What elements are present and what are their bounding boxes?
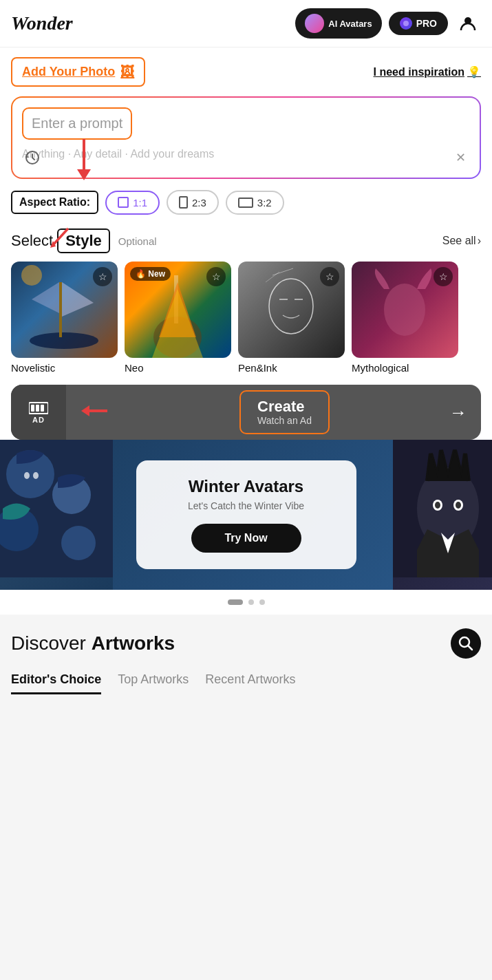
svg-point-20 <box>269 279 313 334</box>
add-photo-row: Add Your Photo 🖼 I need inspiration 💡 <box>11 57 481 87</box>
history-button[interactable] <box>22 147 43 168</box>
dot-3[interactable] <box>259 599 265 605</box>
banner-title: Winter Avatars <box>158 477 334 496</box>
favorite-penink[interactable]: ☆ <box>320 267 339 286</box>
search-button[interactable] <box>451 628 481 659</box>
watch-ad-label: Watch an Ad <box>257 415 312 426</box>
tab-recent-artworks[interactable]: Recent Artworks <box>205 672 295 694</box>
pro-button[interactable]: PRO <box>389 12 448 35</box>
svg-point-36 <box>61 526 96 560</box>
create-button[interactable]: Create Watch an Ad <box>239 390 330 434</box>
pro-gem-icon <box>400 17 412 30</box>
style-novelistic-label: Novelistic <box>11 362 118 374</box>
svg-point-43 <box>435 502 440 509</box>
banner-content: Winter Avatars Let's Catch the Winter Vi… <box>136 460 356 569</box>
svg-line-24 <box>266 272 279 282</box>
style-neo-label: Neo <box>125 362 231 374</box>
svg-line-23 <box>272 268 293 275</box>
aspect-ratio-row: Aspect Ratio: 1:1 2:3 3:2 <box>11 190 481 215</box>
svg-point-0 <box>403 21 409 26</box>
prompt-title-box: Enter a prompt <box>22 107 132 140</box>
create-next-icon: → <box>449 402 467 423</box>
user-profile-button[interactable] <box>455 10 481 36</box>
chevron-right-icon: › <box>478 235 481 247</box>
new-badge: 🔥 New <box>130 267 171 281</box>
svg-rect-29 <box>41 405 44 412</box>
discover-title: Discover Artworks <box>11 632 175 654</box>
svg-marker-13 <box>62 282 94 317</box>
aspect-ratio-1-1[interactable]: 1:1 <box>105 191 160 215</box>
style-header: Select Style Optional See all › <box>11 228 481 253</box>
dot-1[interactable] <box>228 599 243 605</box>
svg-marker-14 <box>32 282 59 313</box>
discover-bold-text: Artworks <box>92 632 175 654</box>
svg-rect-27 <box>31 405 34 412</box>
favorite-mythological[interactable]: ☆ <box>434 267 453 286</box>
try-now-button[interactable]: Try Now <box>191 524 301 553</box>
tab-editors-choice[interactable]: Editor's Choice <box>11 672 101 694</box>
discover-light-text: Discover <box>11 632 86 654</box>
discover-header: Discover Artworks <box>11 628 481 659</box>
prompt-actions: ✕ <box>22 147 470 168</box>
avatar-preview-icon <box>305 14 324 33</box>
ai-avatars-button[interactable]: AI Avatars <box>295 8 381 39</box>
style-mythological-label: Mythological <box>352 362 458 374</box>
style-section: Select Style Optional See all › <box>11 228 481 374</box>
style-card-penink[interactable]: ☆ Pen&Ink <box>238 262 345 374</box>
svg-rect-12 <box>59 282 62 337</box>
svg-marker-5 <box>26 155 29 158</box>
inspiration-label: I need inspiration <box>374 66 464 78</box>
ad-icon-box: AD <box>11 385 66 440</box>
create-section: AD Create Watch an Ad → <box>11 385 481 440</box>
dot-2[interactable] <box>248 599 254 605</box>
header: Wonder AI Avatars PRO <box>0 0 492 47</box>
banner-subtitle: Let's Catch the Winter Vibe <box>158 500 334 511</box>
favorite-novelistic[interactable]: ☆ <box>93 267 112 286</box>
svg-line-9 <box>53 228 68 245</box>
create-arrow-indicator <box>80 401 113 423</box>
create-label: Create <box>257 398 312 415</box>
svg-rect-7 <box>180 197 187 208</box>
inspiration-button[interactable]: I need inspiration 💡 <box>374 65 481 78</box>
style-arrow-indicator <box>49 226 74 253</box>
svg-point-37 <box>24 472 30 479</box>
style-card-neo[interactable]: 🔥 New ☆ Neo <box>125 262 231 374</box>
aspect-ratio-2-3[interactable]: 2:3 <box>167 190 219 215</box>
svg-point-11 <box>30 332 98 349</box>
lightbulb-icon: 💡 <box>467 65 481 78</box>
clear-button[interactable]: ✕ <box>451 148 470 167</box>
discover-section: Discover Artworks Editor's Choice Top Ar… <box>0 615 492 705</box>
style-select-text: Select <box>11 232 53 250</box>
tab-top-artworks[interactable]: Top Artworks <box>118 672 189 694</box>
see-all-button[interactable]: See all › <box>442 235 481 247</box>
svg-point-15 <box>21 265 42 286</box>
prompt-container: Enter a prompt Anything · Any detail · A… <box>11 96 481 179</box>
carousel-dots <box>0 590 492 615</box>
svg-rect-28 <box>36 405 39 412</box>
favorite-neo[interactable]: ☆ <box>206 267 226 286</box>
aspect-ratio-label: Aspect Ratio: <box>11 191 98 214</box>
add-photo-button[interactable]: Add Your Photo 🖼 <box>11 57 145 87</box>
style-card-mythological[interactable]: ☆ Mythological <box>352 262 458 374</box>
main-content: Add Your Photo 🖼 I need inspiration 💡 En… <box>0 47 492 440</box>
svg-line-46 <box>468 646 472 650</box>
add-photo-label: Add Your Photo <box>22 65 115 79</box>
app-logo: Wonder <box>11 12 288 34</box>
create-main-area: Create Watch an Ad → <box>66 390 481 434</box>
ad-text-label: AD <box>32 416 45 424</box>
banner-bg-left <box>0 440 113 590</box>
svg-marker-3 <box>77 169 91 180</box>
svg-point-38 <box>33 472 39 479</box>
discover-tabs: Editor's Choice Top Artworks Recent Artw… <box>11 672 481 694</box>
style-penink-label: Pen&Ink <box>238 362 345 374</box>
photo-icon: 🖼 <box>120 64 134 80</box>
banner-bg-right <box>393 440 492 590</box>
style-grid: ☆ Novelistic 🔥 New ☆ Neo <box>11 262 481 374</box>
style-card-novelistic[interactable]: ☆ Novelistic <box>11 262 118 374</box>
aspect-ratio-3-2[interactable]: 3:2 <box>226 191 284 215</box>
style-optional-label: Optional <box>118 235 157 247</box>
svg-rect-6 <box>118 198 128 207</box>
banner-section: Winter Avatars Let's Catch the Winter Vi… <box>0 440 492 590</box>
svg-point-25 <box>384 284 425 336</box>
svg-rect-8 <box>239 198 253 207</box>
